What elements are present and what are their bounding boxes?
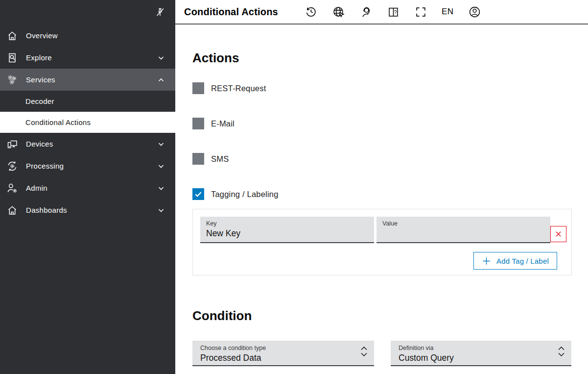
chevron-down-icon	[157, 140, 165, 149]
history-icon[interactable]	[305, 5, 318, 19]
condition-selects-row: Choose a condition type Processed Data D…	[192, 341, 572, 366]
sidebar-item-label: Decoder	[25, 97, 54, 105]
delete-tag-button[interactable]	[550, 226, 566, 242]
tag-key-field-label: Key	[206, 220, 368, 227]
fullscreen-icon[interactable]	[414, 5, 427, 19]
sidebar-item-label: Conditional Actions	[25, 118, 91, 126]
action-row-email: E-Mail	[192, 118, 572, 129]
sms-checkbox[interactable]	[192, 153, 204, 165]
sidebar: Overview Explore	[0, 0, 175, 374]
plus-icon	[482, 256, 491, 266]
sidebar-pin-row	[0, 0, 175, 25]
definition-via-select-label: Definition via	[399, 345, 552, 351]
sidebar-item-label: Admin	[26, 184, 47, 192]
home-icon	[6, 29, 19, 42]
chevron-up-icon	[157, 75, 165, 84]
checkbox-label: Tagging / Labeling	[211, 190, 279, 199]
services-icon	[6, 74, 19, 86]
main-content: Actions REST-Request E-Mail SMS	[175, 25, 588, 374]
checkbox-label: REST-Request	[211, 84, 266, 93]
svg-text:?: ?	[394, 9, 397, 15]
app-window: Overview Explore	[0, 0, 588, 374]
action-row-rest-request: REST-Request	[192, 82, 572, 94]
sidebar-item-conditional-actions[interactable]: Conditional Actions	[0, 112, 175, 133]
action-row-tagging-labeling: Tagging / Labeling	[192, 188, 572, 200]
account-icon[interactable]	[468, 5, 481, 19]
checkbox-label: SMS	[211, 154, 229, 164]
tag-label-editor-panel: Key New Key Value	[192, 209, 572, 275]
action-row-sms: SMS	[192, 153, 572, 165]
condition-type-select-value: Processed Data	[200, 353, 354, 363]
page-title: Conditional Actions	[184, 6, 278, 18]
tag-value-field-value	[382, 228, 544, 238]
dashboard-home-icon	[6, 204, 19, 217]
actions-heading: Actions	[192, 50, 572, 65]
header-icon-bar: ? EN	[305, 5, 481, 19]
unpin-sidebar-icon[interactable]	[154, 6, 166, 19]
chevron-down-icon	[157, 53, 165, 62]
admin-icon	[6, 182, 19, 195]
processing-icon	[6, 160, 19, 173]
sidebar-item-dashboards[interactable]: Dashboards	[0, 199, 175, 221]
condition-type-select[interactable]: Choose a condition type Processed Data	[192, 341, 374, 366]
chevron-down-icon	[157, 184, 165, 193]
tag-key-field-value: New Key	[206, 228, 368, 239]
sidebar-nav: Overview Explore	[0, 25, 175, 221]
checkbox-label: E-Mail	[211, 119, 235, 128]
page-header: Conditional Actions	[175, 0, 588, 25]
chevron-down-icon	[157, 206, 165, 215]
sidebar-item-explore[interactable]: Explore	[0, 47, 175, 69]
sidebar-item-devices[interactable]: Devices	[0, 133, 175, 155]
tag-value-field-label: Value	[382, 220, 544, 227]
email-checkbox[interactable]	[192, 118, 204, 129]
support-icon[interactable]	[359, 5, 373, 19]
sidebar-item-label: Devices	[26, 140, 53, 148]
select-up-down-icon	[558, 346, 565, 357]
devices-icon	[6, 138, 19, 150]
chevron-down-icon	[157, 162, 165, 171]
tag-value-field[interactable]: Value	[376, 217, 550, 243]
web-link-icon[interactable]	[332, 5, 345, 19]
sidebar-item-label: Overview	[26, 31, 58, 40]
sidebar-item-admin[interactable]: Admin	[0, 177, 175, 199]
sidebar-item-label: Processing	[26, 162, 64, 170]
tagging-labeling-checkbox[interactable]	[192, 188, 204, 200]
add-tag-label-button-text: Add Tag / Label	[496, 257, 549, 265]
sidebar-item-label: Services	[26, 75, 55, 84]
condition-type-select-label: Choose a condition type	[200, 345, 354, 351]
definition-via-select-value: Custom Query	[399, 353, 552, 363]
select-up-down-icon	[360, 346, 368, 357]
definition-via-select[interactable]: Definition via Custom Query	[391, 341, 571, 366]
tag-key-field[interactable]: Key New Key	[200, 217, 374, 243]
sidebar-item-label: Explore	[26, 53, 52, 62]
condition-heading: Condition	[192, 308, 572, 323]
sidebar-item-decoder[interactable]: Decoder	[0, 91, 175, 112]
add-tag-label-button[interactable]: Add Tag / Label	[473, 252, 557, 270]
explore-icon	[6, 51, 19, 64]
sidebar-item-label: Dashboards	[26, 206, 67, 214]
language-selector[interactable]: EN	[442, 7, 454, 17]
sidebar-item-services[interactable]: Services	[0, 69, 175, 91]
manual-icon[interactable]: ?	[387, 5, 400, 19]
rest-request-checkbox[interactable]	[192, 82, 204, 94]
sidebar-item-processing[interactable]: Processing	[0, 155, 175, 177]
sidebar-item-overview[interactable]: Overview	[0, 25, 175, 47]
